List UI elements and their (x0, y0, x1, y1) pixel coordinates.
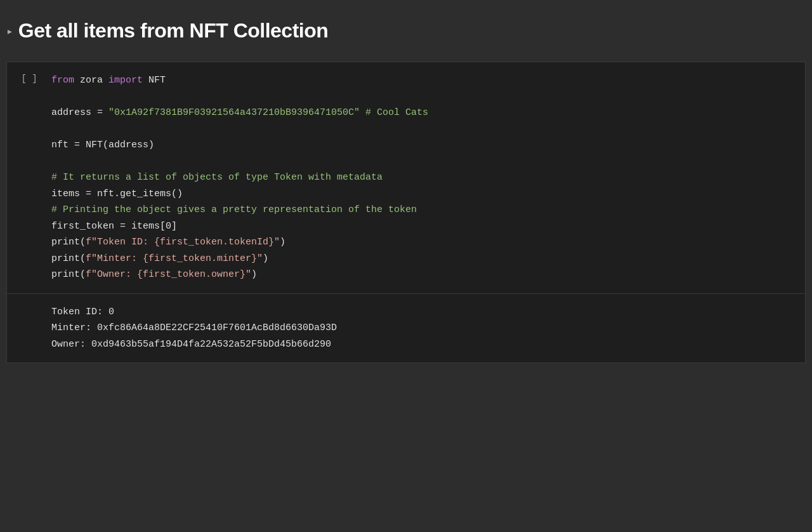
code-line-11: print(f"Token ID: {first_token.tokenId}"… (51, 234, 792, 251)
output-line-1: Token ID: 0 (51, 304, 761, 321)
notebook-cell: [ ] from zora import NFT address = "0x1A… (6, 62, 806, 363)
code-line-13: print(f"Owner: {first_token.owner}") (51, 267, 792, 283)
page-container: ▸ Get all items from NFT Collection [ ] … (0, 0, 812, 363)
code-line-8: items = nft.get_items() (51, 186, 792, 203)
code-line-3: address = "0x1A92f7381B9F03921564a437210… (51, 105, 792, 121)
output-line-2: Minter: 0xfc86A64a8DE22CF25410F7601AcBd8… (51, 320, 761, 336)
code-line-12: print(f"Minter: {first_token.minter}") (51, 251, 792, 267)
code-line-2 (51, 89, 792, 105)
code-block: from zora import NFT address = "0x1A92f7… (51, 72, 805, 283)
output-line-3: Owner: 0xd9463b55af194D4fa22A532a52F5bDd… (51, 336, 761, 353)
code-line-6 (51, 154, 792, 170)
code-line-7: # It returns a list of objects of type T… (51, 170, 792, 186)
code-line-5: nft = NFT(address) (51, 137, 792, 154)
page-title: Get all items from NFT Collection (18, 19, 328, 43)
code-line-9: # Printing the object gives a pretty rep… (51, 202, 792, 218)
code-line-10: first_token = items[0] (51, 218, 792, 235)
title-container: ▸ Get all items from NFT Collection (0, 13, 812, 62)
cell-bracket: [ ] (7, 72, 51, 84)
code-line-1: from zora import NFT (51, 72, 792, 89)
code-line-4 (51, 121, 792, 138)
cell-output: Token ID: 0 Minter: 0xfc86A64a8DE22CF254… (7, 294, 805, 363)
cell-input[interactable]: [ ] from zora import NFT address = "0x1A… (7, 62, 805, 294)
chevron-icon[interactable]: ▸ (6, 24, 13, 38)
